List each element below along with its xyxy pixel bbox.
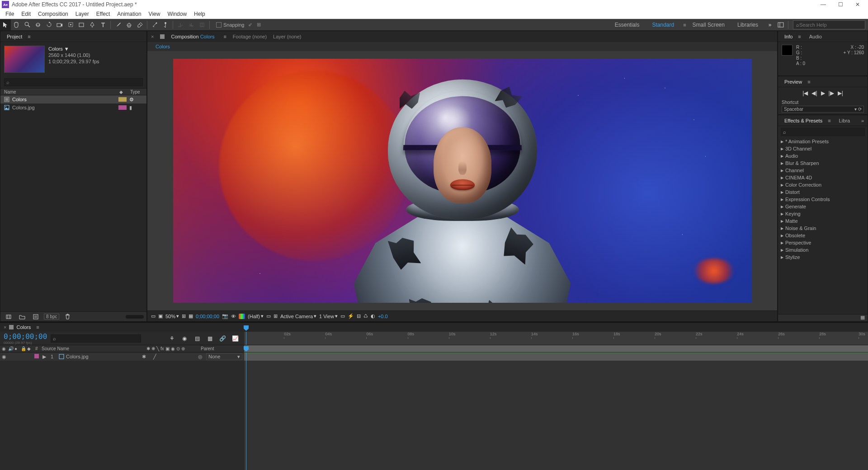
composition-viewer[interactable] xyxy=(147,51,777,310)
project-panel-menu-icon[interactable]: ≡ xyxy=(28,34,30,39)
menu-window[interactable]: Window xyxy=(164,11,190,17)
menu-view[interactable]: View xyxy=(145,11,164,17)
preview-panel-menu-icon[interactable]: ≡ xyxy=(807,79,810,85)
clone-stamp-tool[interactable] xyxy=(123,19,134,30)
menu-file[interactable]: File xyxy=(2,11,18,17)
libraries-tab-short[interactable]: Libra xyxy=(836,118,853,123)
snapshot-icon[interactable]: 📷 xyxy=(222,313,228,319)
roto-brush-tool[interactable] xyxy=(149,19,160,30)
effect-category-noise-grain[interactable]: ▶Noise & Grain xyxy=(778,225,868,232)
col-label-icon[interactable]: ◆ xyxy=(25,346,33,351)
snapping-grid-icon[interactable]: ⊞ xyxy=(257,22,261,28)
col-solo-icon[interactable]: ● xyxy=(13,346,19,351)
effect-category-channel[interactable]: ▶Channel xyxy=(778,167,868,174)
last-frame-button[interactable]: ▶| xyxy=(838,90,843,96)
timeline-timecode[interactable]: 0;00;00;00 xyxy=(4,332,47,341)
effects-new-bin-icon[interactable]: ▦ xyxy=(778,314,868,321)
effect-category-audio[interactable]: ▶Audio xyxy=(778,152,868,160)
menu-help[interactable]: Help xyxy=(190,11,209,17)
new-folder-icon[interactable] xyxy=(17,311,28,322)
timeline-icon[interactable]: ⊟ xyxy=(357,313,361,319)
effect-category-3d-channel[interactable]: ▶3D Channel xyxy=(778,145,868,152)
world-axis-icon[interactable] xyxy=(186,19,197,30)
rectangle-tool[interactable] xyxy=(76,19,87,30)
footage-tab[interactable]: Footage (none) xyxy=(233,34,267,39)
work-area-bar[interactable] xyxy=(244,345,868,352)
pan-behind-tool[interactable] xyxy=(65,19,76,30)
exposure-value[interactable]: +0.0 xyxy=(378,314,388,319)
frame-blend-toggle-icon[interactable]: ▦ xyxy=(204,333,215,344)
effect-category-animation-presets[interactable]: ▶* Animation Presets xyxy=(778,138,868,145)
bpc-button[interactable]: 8 bpc xyxy=(44,314,59,320)
col-parent[interactable]: Parent xyxy=(199,346,244,351)
rotation-tool[interactable] xyxy=(43,19,54,30)
composition-tab-menu-icon[interactable]: ≡ xyxy=(223,34,226,39)
layer-duration-bar[interactable] xyxy=(244,352,868,361)
snapping-options-icon[interactable]: ⇙ xyxy=(248,22,252,28)
camera-dropdown[interactable]: Active Camera ▾ xyxy=(280,313,316,319)
effect-category-perspective[interactable]: ▶Perspective xyxy=(778,239,868,246)
layer-expand-icon[interactable]: ▶ xyxy=(42,354,49,360)
draft-3d-icon[interactable]: ▣ xyxy=(158,313,163,319)
timeline-ruler[interactable]: 02s 04s 06s 08s 10s 12s 14s 16s 18s 20s … xyxy=(244,332,868,345)
timeline-track-area[interactable] xyxy=(244,352,868,470)
interpret-footage-icon[interactable] xyxy=(3,311,14,322)
effect-category-generate[interactable]: ▶Generate xyxy=(778,203,868,210)
close-button[interactable]: ✕ xyxy=(849,1,866,8)
show-snapshot-icon[interactable]: 👁 xyxy=(231,314,236,319)
project-col-name[interactable]: Name xyxy=(0,89,116,95)
col-lock-icon[interactable]: 🔒 xyxy=(19,346,25,351)
play-button[interactable]: ▶ xyxy=(821,90,825,96)
selection-tool[interactable] xyxy=(0,19,11,30)
shortcut-dropdown[interactable]: Spacebar▾ ⟳ xyxy=(782,106,864,113)
menu-effect[interactable]: Effect xyxy=(93,11,113,17)
resolution-dropdown[interactable]: (Half) ▾ xyxy=(248,313,264,319)
layer-parent-dropdown[interactable]: None▾ xyxy=(206,353,242,360)
effects-presets-tab[interactable]: Effects & Presets xyxy=(782,118,825,123)
effects-overflow-icon[interactable]: » xyxy=(861,118,864,123)
workspace-overflow-icon[interactable]: » xyxy=(764,19,775,30)
info-tab[interactable]: Info xyxy=(782,34,795,39)
grid-icon[interactable]: ⊞ xyxy=(274,313,278,319)
timeline-layer-row[interactable]: ◉ ▶ 1 Colors.jpg ✱╱ ◎ None▾ xyxy=(0,352,244,361)
project-row-comp-label[interactable] xyxy=(118,97,127,102)
layer-source-name[interactable]: Colors.jpg xyxy=(66,354,140,359)
effects-panel-menu-icon[interactable]: ≡ xyxy=(828,118,830,123)
effect-category-color-correction[interactable]: ▶Color Correction xyxy=(778,181,868,188)
project-row-image[interactable]: Colors.jpg ▮ xyxy=(0,103,146,112)
timeline-tab-square-icon[interactable] xyxy=(9,325,14,329)
timeline-search-input[interactable]: ⌕ xyxy=(51,334,141,343)
roi-icon[interactable]: ▭ xyxy=(266,313,271,319)
comp-mini-flowchart-icon[interactable]: ⚘ xyxy=(166,333,177,344)
menu-edit[interactable]: Edit xyxy=(18,11,34,17)
project-search-slider[interactable] xyxy=(126,315,144,319)
puppet-pin-tool[interactable] xyxy=(160,19,171,30)
prev-frame-button[interactable]: ◀| xyxy=(811,90,817,96)
snapping-checkbox[interactable] xyxy=(216,22,222,28)
workspace-essentials[interactable]: Essentials xyxy=(609,22,646,28)
effect-category-obsolete[interactable]: ▶Obsolete xyxy=(778,232,868,239)
view-axis-icon[interactable] xyxy=(197,19,208,30)
toggle-transparency-icon[interactable]: ▦ xyxy=(189,313,193,319)
new-comp-icon[interactable] xyxy=(30,311,41,322)
layer-video-toggle[interactable]: ◉ xyxy=(2,354,8,360)
col-switches[interactable]: ✱❋╲fx▣◉⊙⊕ xyxy=(145,346,199,351)
info-panel-menu-icon[interactable]: ≡ xyxy=(798,34,801,39)
project-tab[interactable]: Project xyxy=(4,34,25,39)
menu-composition[interactable]: Composition xyxy=(34,11,72,17)
project-search-input[interactable]: ⌕ xyxy=(4,78,143,86)
project-thumbnail[interactable] xyxy=(4,46,45,73)
col-source-name[interactable]: Source Name xyxy=(40,346,145,351)
eraser-tool[interactable] xyxy=(134,19,145,30)
always-preview-icon[interactable]: ▭ xyxy=(151,313,156,319)
views-dropdown[interactable]: 1 View ▾ xyxy=(319,313,338,319)
flowchart-icon[interactable]: ♺ xyxy=(363,313,368,319)
project-col-type[interactable]: Type xyxy=(127,89,146,95)
audio-tab[interactable]: Audio xyxy=(807,34,825,39)
project-row-comp[interactable]: Colors ⚙ xyxy=(0,95,146,103)
effect-category-simulation[interactable]: ▶Simulation xyxy=(778,246,868,254)
workspace-libraries[interactable]: Libraries xyxy=(731,22,764,28)
composition-tab[interactable]: Composition Colors xyxy=(171,34,214,39)
timeline-tab-close-icon[interactable]: × xyxy=(4,324,6,330)
maximize-button[interactable]: ☐ xyxy=(832,1,849,8)
